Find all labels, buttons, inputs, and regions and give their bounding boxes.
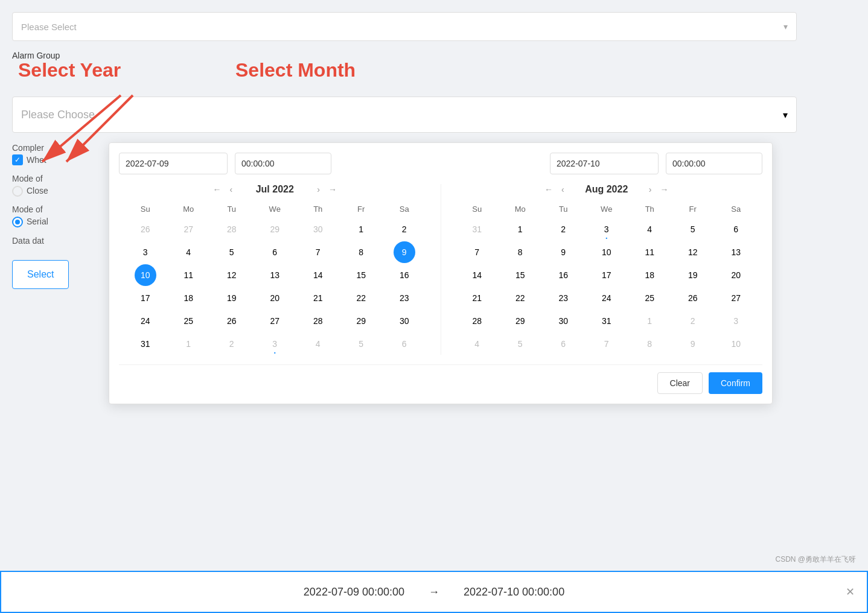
table-row[interactable]: 25 xyxy=(177,310,199,332)
table-row[interactable]: 30 xyxy=(307,218,329,240)
table-row[interactable]: 8 xyxy=(509,241,531,263)
table-row[interactable]: 5 xyxy=(509,333,531,355)
please-select-dropdown[interactable]: Please Select ▾ xyxy=(12,12,797,41)
close-radio[interactable] xyxy=(12,186,23,197)
serial-radio[interactable] xyxy=(12,217,23,227)
table-row[interactable]: 4 xyxy=(639,218,660,240)
bottom-bar-close-icon[interactable]: ✕ xyxy=(846,585,855,599)
cal-prev-btn-right[interactable]: ‹ xyxy=(559,184,567,195)
table-row[interactable]: 3 xyxy=(725,310,747,332)
table-row[interactable]: 9 xyxy=(552,241,574,263)
table-row[interactable]: 5 xyxy=(682,218,704,240)
table-row[interactable]: 31 xyxy=(466,218,488,240)
cal-next-next-btn-right[interactable]: → xyxy=(657,184,671,195)
cal-next-next-btn-left[interactable]: → xyxy=(326,184,339,195)
table-row[interactable]: 23 xyxy=(394,287,415,309)
table-row[interactable]: 19 xyxy=(221,287,243,309)
table-row[interactable]: 3 xyxy=(135,241,156,263)
clear-button[interactable]: Clear xyxy=(657,372,703,394)
table-row[interactable]: 28 xyxy=(307,310,329,332)
table-row[interactable]: 1 xyxy=(639,310,660,332)
cal-prev-prev-btn-left[interactable]: ← xyxy=(211,184,224,195)
table-row[interactable]: 25 xyxy=(639,287,660,309)
table-row[interactable]: 21 xyxy=(466,287,488,309)
table-row[interactable]: 28 xyxy=(221,218,243,240)
table-row[interactable]: 15 xyxy=(509,264,531,286)
table-row[interactable]: 13 xyxy=(264,264,286,286)
table-row[interactable]: 21 xyxy=(307,287,329,309)
table-row[interactable]: 24 xyxy=(135,310,156,332)
table-row[interactable]: 2 xyxy=(552,218,574,240)
table-row[interactable]: 2 xyxy=(682,310,704,332)
table-row[interactable]: 29 xyxy=(509,310,531,332)
table-row[interactable]: 7 xyxy=(596,333,617,355)
cal-title-left[interactable]: Jul 2022 xyxy=(238,184,311,195)
table-row[interactable]: 18 xyxy=(177,287,199,309)
table-row[interactable]: 6 xyxy=(552,333,574,355)
confirm-button[interactable]: Confirm xyxy=(709,372,762,394)
table-row[interactable]: 4 xyxy=(177,241,199,263)
table-row[interactable]: 1 xyxy=(350,218,372,240)
table-row[interactable]: 31 xyxy=(596,310,617,332)
cal-title-right[interactable]: Aug 2022 xyxy=(570,184,643,195)
table-row[interactable]: 2 xyxy=(221,333,243,355)
end-time-input[interactable] xyxy=(666,153,762,174)
table-row[interactable]: 20 xyxy=(725,264,747,286)
table-row[interactable]: 12 xyxy=(682,241,704,263)
table-row[interactable]: 20 xyxy=(264,287,286,309)
table-row[interactable]: 16 xyxy=(552,264,574,286)
table-row[interactable]: 26 xyxy=(221,310,243,332)
table-row[interactable]: 12 xyxy=(221,264,243,286)
table-row[interactable]: 7 xyxy=(466,241,488,263)
table-row[interactable]: 11 xyxy=(177,264,199,286)
end-date-input[interactable] xyxy=(550,153,659,174)
table-row[interactable]: 13 xyxy=(725,241,747,263)
start-time-input[interactable] xyxy=(235,153,331,174)
table-row[interactable]: 5 xyxy=(221,241,243,263)
table-row[interactable]: 30 xyxy=(394,310,415,332)
table-row[interactable]: 10 xyxy=(596,241,617,263)
table-row[interactable]: 30 xyxy=(552,310,574,332)
please-choose-dropdown[interactable]: Please Choose ▾ xyxy=(12,97,797,133)
table-row[interactable]: 26 xyxy=(682,287,704,309)
table-row[interactable]: 19 xyxy=(682,264,704,286)
cal-prev-btn-left[interactable]: ‹ xyxy=(228,184,235,195)
table-row[interactable]: 10 xyxy=(725,333,747,355)
table-row[interactable]: 31 xyxy=(135,333,156,355)
table-row[interactable]: 3 xyxy=(596,218,617,240)
table-row[interactable]: 14 xyxy=(307,264,329,286)
table-row[interactable]: 15 xyxy=(350,264,372,286)
table-row[interactable]: 3 xyxy=(264,333,286,355)
table-row[interactable]: 10 xyxy=(135,264,156,286)
table-row[interactable]: 6 xyxy=(725,218,747,240)
table-row[interactable]: 9 xyxy=(682,333,704,355)
cal-prev-prev-btn-right[interactable]: ← xyxy=(542,184,555,195)
table-row[interactable]: 8 xyxy=(350,241,372,263)
table-row[interactable]: 11 xyxy=(639,241,660,263)
table-row[interactable]: 6 xyxy=(264,241,286,263)
table-row[interactable]: 27 xyxy=(725,287,747,309)
table-row[interactable]: 22 xyxy=(350,287,372,309)
table-row[interactable]: 17 xyxy=(135,287,156,309)
table-row[interactable]: 29 xyxy=(264,218,286,240)
table-row[interactable]: 2 xyxy=(394,218,415,240)
table-row[interactable]: 17 xyxy=(596,264,617,286)
table-row[interactable]: 6 xyxy=(394,333,415,355)
table-row[interactable]: 27 xyxy=(264,310,286,332)
table-row[interactable]: 4 xyxy=(307,333,329,355)
table-row[interactable]: 28 xyxy=(466,310,488,332)
table-row[interactable]: 27 xyxy=(177,218,199,240)
whether-checkbox[interactable] xyxy=(12,154,23,165)
start-date-input[interactable] xyxy=(119,153,228,174)
table-row[interactable]: 22 xyxy=(509,287,531,309)
table-row[interactable]: 8 xyxy=(639,333,660,355)
table-row[interactable]: 26 xyxy=(135,218,156,240)
table-row[interactable]: 4 xyxy=(466,333,488,355)
cal-next-btn-left[interactable]: › xyxy=(314,184,322,195)
select-button[interactable]: Select xyxy=(12,260,69,289)
table-row[interactable]: 5 xyxy=(350,333,372,355)
table-row[interactable]: 7 xyxy=(307,241,329,263)
table-row[interactable]: 1 xyxy=(177,333,199,355)
table-row[interactable]: 9 xyxy=(394,241,415,263)
table-row[interactable]: 18 xyxy=(639,264,660,286)
